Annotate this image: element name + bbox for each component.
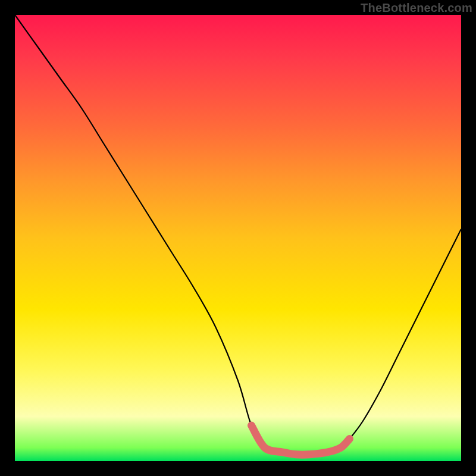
outer-frame: TheBottleneck.com xyxy=(0,0,476,476)
plot-area xyxy=(15,15,461,461)
bottleneck-curve xyxy=(15,15,461,455)
watermark-text: TheBottleneck.com xyxy=(361,1,472,15)
curve-svg xyxy=(15,15,461,461)
bottleneck-highlight xyxy=(252,425,350,455)
